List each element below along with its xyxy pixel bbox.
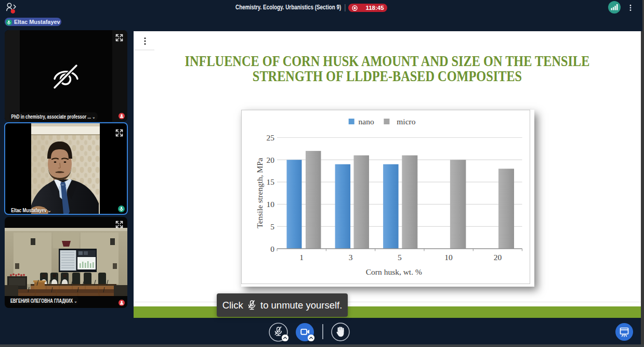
svg-text:25: 25 <box>267 133 275 142</box>
svg-text:5: 5 <box>270 222 274 231</box>
svg-text:3: 3 <box>349 253 353 262</box>
svg-text:20: 20 <box>494 253 502 262</box>
svg-text:micro: micro <box>397 117 415 126</box>
svg-text:10: 10 <box>444 253 453 262</box>
svg-text:20: 20 <box>267 156 275 164</box>
svg-text:Tensile strength, MPa: Tensile strength, MPa <box>255 158 264 228</box>
svg-text:Corn husk, wt. %: Corn husk, wt. % <box>366 267 422 276</box>
svg-text:15: 15 <box>267 177 275 186</box>
svg-text:10: 10 <box>267 200 275 209</box>
svg-text:0: 0 <box>270 245 274 253</box>
svg-text:nano: nano <box>359 117 374 126</box>
svg-text:5: 5 <box>398 253 402 262</box>
svg-text:1: 1 <box>299 253 304 262</box>
